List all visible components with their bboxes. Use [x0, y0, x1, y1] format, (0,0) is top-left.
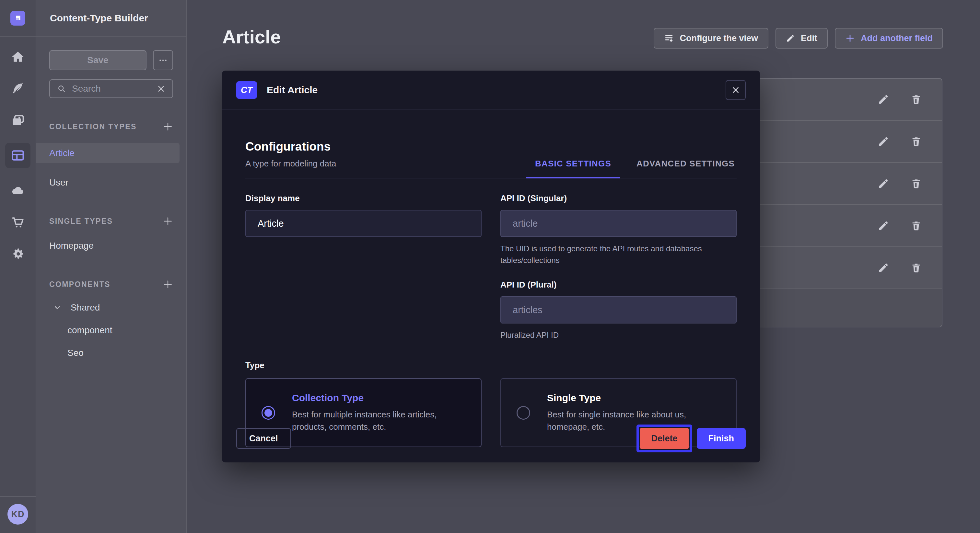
display-name-field: Display name — [245, 194, 482, 237]
delete-button[interactable]: Delete — [640, 428, 688, 449]
delete-field-icon[interactable] — [911, 94, 922, 105]
collection-types-section-header: COLLECTION TYPES — [49, 121, 173, 132]
strapi-logo[interactable] — [10, 11, 25, 25]
ellipsis-icon — [158, 56, 168, 65]
edit-field-icon[interactable] — [878, 178, 889, 189]
media-library-icon[interactable] — [5, 111, 30, 130]
edit-button[interactable]: Edit — [775, 28, 828, 49]
user-avatar[interactable]: KD — [8, 504, 28, 525]
clear-search-icon[interactable] — [157, 84, 165, 93]
display-name-input[interactable] — [245, 210, 482, 237]
edit-field-icon[interactable] — [878, 94, 889, 105]
sidebar-item-homepage[interactable]: Homepage — [36, 235, 186, 256]
components-section-header: COMPONENTS — [49, 279, 173, 289]
modal-header: CT Edit Article — [222, 71, 760, 110]
subnav-title: Content-Type Builder — [50, 13, 148, 24]
configure-view-button[interactable]: Configure the view — [654, 28, 768, 49]
collection-types-label: COLLECTION TYPES — [49, 122, 137, 131]
delete-button-highlight-ring: Delete — [636, 425, 692, 452]
list-settings-icon — [664, 33, 674, 43]
sidebar-item-seo[interactable]: Seo — [36, 348, 186, 358]
configurations-title: Configurations — [245, 140, 336, 154]
rail-logo-area — [0, 0, 36, 36]
plugin-subnav: Content-Type Builder Save COLLECTION TYP… — [36, 0, 187, 533]
add-another-field-label: Add another field — [861, 33, 933, 43]
edit-field-icon[interactable] — [878, 220, 889, 232]
type-label: Type — [245, 360, 737, 370]
settings-tabs: BASIC SETTINGS ADVANCED SETTINGS — [533, 140, 737, 178]
search-input[interactable] — [72, 84, 151, 94]
configurations-titles: Configurations A type for modeling data — [245, 140, 336, 178]
single-types-label: SINGLE TYPES — [49, 217, 113, 226]
home-icon[interactable] — [5, 48, 30, 67]
settings-gear-icon[interactable] — [5, 244, 30, 263]
delete-field-icon[interactable] — [911, 136, 922, 147]
content-type-builder-icon[interactable] — [5, 143, 30, 168]
tab-advanced-settings[interactable]: ADVANCED SETTINGS — [635, 159, 737, 178]
collection-type-title: Collection Type — [292, 392, 465, 403]
more-options-button[interactable] — [153, 50, 173, 70]
sidebar-item-user[interactable]: User — [36, 172, 186, 193]
search-icon — [57, 84, 66, 93]
sidebar-item-component[interactable]: component — [36, 325, 186, 335]
tab-basic-settings[interactable]: BASIC SETTINGS — [533, 159, 613, 178]
form-left-column: Display name — [245, 194, 482, 341]
edit-field-icon[interactable] — [878, 262, 889, 274]
finish-button[interactable]: Finish — [697, 428, 746, 449]
add-another-field-button[interactable]: Add another field — [835, 28, 943, 49]
marketplace-cart-icon[interactable] — [5, 213, 30, 232]
api-id-singular-input — [500, 210, 737, 237]
page-actions: Configure the view Edit Add another fiel… — [654, 28, 943, 49]
display-name-label: Display name — [245, 194, 482, 203]
single-type-title: Single Type — [547, 392, 721, 403]
edit-field-icon[interactable] — [878, 136, 889, 148]
feather-pen-icon[interactable] — [5, 79, 30, 98]
delete-field-icon[interactable] — [911, 220, 922, 231]
delete-field-icon[interactable] — [911, 178, 922, 189]
pencil-icon — [786, 34, 795, 43]
modal-footer: Cancel Delete Finish — [222, 414, 760, 462]
configurations-header: Configurations A type for modeling data … — [245, 140, 737, 178]
api-id-plural-helper: Pluralized API ID — [500, 329, 737, 341]
content-type-badge: CT — [236, 81, 257, 99]
subnav-header: Content-Type Builder — [36, 0, 186, 36]
api-id-singular-label: API ID (Singular) — [500, 194, 737, 203]
component-group-shared[interactable]: Shared — [36, 303, 186, 313]
rail-nav — [5, 36, 30, 496]
add-collection-type-icon[interactable] — [163, 121, 173, 132]
chevron-down-icon — [53, 303, 62, 312]
add-single-type-icon[interactable] — [163, 216, 173, 226]
modal-title: Edit Article — [267, 84, 318, 95]
configure-view-label: Configure the view — [679, 33, 758, 43]
form-right-column: API ID (Singular) The UID is used to gen… — [500, 194, 737, 341]
search-field[interactable] — [49, 79, 173, 98]
settings-form: Display name API ID (Singular) The UID i… — [245, 194, 737, 341]
api-id-plural-label: API ID (Plural) — [500, 280, 737, 290]
save-button[interactable]: Save — [49, 50, 146, 70]
sidebar-item-article[interactable]: Article — [36, 143, 180, 163]
rail-user-area: KD — [0, 496, 36, 533]
edit-label: Edit — [801, 33, 817, 43]
api-id-plural-field: API ID (Plural) Pluralized API ID — [500, 280, 737, 341]
close-modal-button[interactable] — [725, 80, 746, 100]
page-title: Article — [222, 26, 281, 48]
configurations-subtitle: A type for modeling data — [245, 159, 336, 169]
plus-icon — [845, 33, 855, 43]
api-id-singular-field: API ID (Singular) The UID is used to gen… — [500, 194, 737, 266]
close-icon — [732, 86, 740, 94]
cloud-icon[interactable] — [5, 181, 30, 200]
delete-field-icon[interactable] — [911, 262, 922, 273]
shared-group-label: Shared — [71, 303, 100, 313]
api-id-plural-input — [500, 296, 737, 324]
components-label: COMPONENTS — [49, 280, 110, 289]
edit-content-type-modal: CT Edit Article Configurations A type fo… — [222, 71, 760, 462]
footer-right-actions: Delete Finish — [636, 425, 746, 452]
api-id-singular-helper: The UID is used to generate the API rout… — [500, 243, 737, 266]
subnav-toolbar: Save — [49, 50, 173, 70]
modal-body: Configurations A type for modeling data … — [222, 140, 760, 447]
add-component-icon[interactable] — [163, 279, 173, 289]
app-root: Article Configure the view Edit Add anot… — [0, 0, 980, 533]
single-types-section-header: SINGLE TYPES — [49, 216, 173, 226]
cancel-button[interactable]: Cancel — [236, 428, 291, 449]
main-nav-rail: KD — [0, 0, 36, 533]
